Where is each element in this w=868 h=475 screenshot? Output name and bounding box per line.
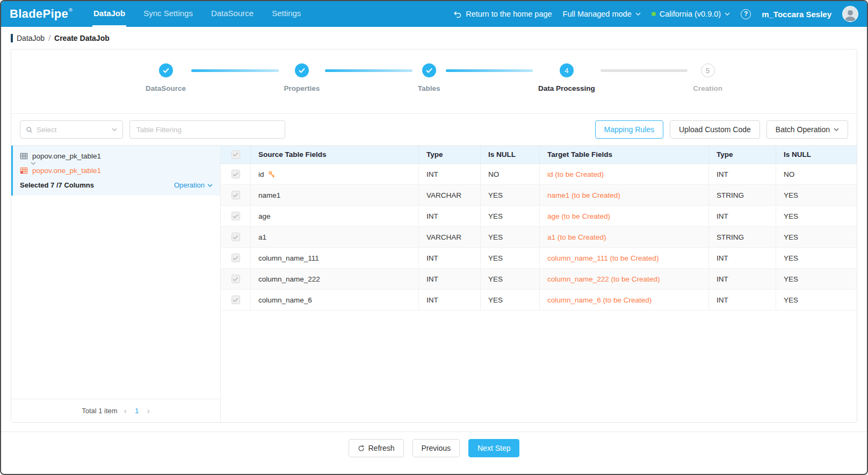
chevron-down-icon xyxy=(112,128,117,131)
nav-item-datajob[interactable]: DataJob xyxy=(92,1,126,27)
upload-custom-code-button[interactable]: Upload Custom Code xyxy=(670,120,760,139)
step-connector xyxy=(191,69,278,72)
step-check-icon xyxy=(422,63,436,77)
help-icon[interactable]: ? xyxy=(741,9,751,19)
step-tables: Tables xyxy=(418,63,440,92)
batch-operation-button[interactable]: Batch Operation xyxy=(766,120,848,139)
target-field-name: column_name_111 (to be Created) xyxy=(540,248,709,268)
target-field-name: column_name_6 (to be Created) xyxy=(540,290,709,310)
pagination-prev-icon[interactable]: ‹ xyxy=(124,407,127,415)
nav-item-settings[interactable]: Settings xyxy=(271,1,302,27)
mapping-rules-label: Mapping Rules xyxy=(604,125,654,134)
step-connector xyxy=(325,69,412,72)
row-checkbox[interactable] xyxy=(232,212,240,220)
previous-label: Previous xyxy=(422,444,451,452)
chevron-down-icon xyxy=(725,12,730,16)
table-row: a1 VARCHAR YES a1 (to be Created) STRING… xyxy=(221,227,857,248)
operation-dropdown[interactable]: Operation xyxy=(174,181,213,189)
source-field-isnull: YES xyxy=(481,227,540,247)
source-field-name: a1 xyxy=(258,233,266,241)
breadcrumb-separator: / xyxy=(48,34,50,42)
step-datasource: DataSource xyxy=(146,63,186,92)
source-field-type: INT xyxy=(419,206,481,226)
row-checkbox[interactable] xyxy=(232,191,240,199)
next-step-label: Next Step xyxy=(478,444,510,452)
table-row: column_name_111 INT YES column_name_111 … xyxy=(221,248,857,269)
main-nav: DataJob Sync Settings DataSource Setting… xyxy=(92,1,318,27)
region-dropdown[interactable]: California (v0.9.0) xyxy=(652,10,730,18)
return-home-link[interactable]: Return to the home page xyxy=(453,10,552,18)
row-checkbox[interactable] xyxy=(232,170,240,178)
previous-button[interactable]: Previous xyxy=(413,439,460,457)
step-check-icon xyxy=(295,63,309,77)
target-table-icon xyxy=(20,167,28,175)
target-field-isnull: YES xyxy=(776,185,857,205)
row-checkbox[interactable] xyxy=(232,275,240,283)
header-target-isnull: Is NULL xyxy=(776,146,857,163)
status-dot-icon xyxy=(652,12,656,16)
source-field-name: column_name_222 xyxy=(258,275,320,283)
nav-item-sync-settings[interactable]: Sync Settings xyxy=(142,1,194,27)
target-field-name: age (to be Created) xyxy=(540,206,709,226)
target-field-name: column_name_222 (to be Created) xyxy=(540,269,709,289)
header-checkbox[interactable] xyxy=(232,150,240,159)
source-field-type: INT xyxy=(419,164,481,184)
source-field-isnull: NO xyxy=(481,164,540,184)
step-label: Creation xyxy=(693,84,722,92)
source-field-isnull: YES xyxy=(481,248,540,268)
source-field-isnull: YES xyxy=(481,206,540,226)
target-field-type: INT xyxy=(709,290,776,310)
username[interactable]: m_Toccara Sesley xyxy=(762,10,831,19)
step-number: 4 xyxy=(560,63,574,77)
pagination-page-1[interactable]: 1 xyxy=(133,407,141,415)
header-source-isnull: Is NULL xyxy=(481,146,540,163)
next-step-button[interactable]: Next Step xyxy=(468,439,519,457)
row-checkbox[interactable] xyxy=(232,233,240,241)
target-field-isnull: YES xyxy=(776,248,857,268)
table-header-row: Source Table Fields Type Is NULL Target … xyxy=(221,146,857,164)
target-field-isnull: YES xyxy=(776,269,857,289)
wizard-stepper: DataSource Properties Tables 4 Data Proc… xyxy=(11,49,857,114)
person-icon xyxy=(843,8,857,21)
mapping-content: popov.one_pk_table1 popov.one_pk_table1 … xyxy=(11,145,857,422)
primary-key-icon xyxy=(267,170,276,178)
source-field-name: column_name_6 xyxy=(258,296,312,304)
breadcrumb-datajob[interactable]: DataJob xyxy=(17,34,45,42)
table-icon xyxy=(20,152,28,160)
nav-item-datasource[interactable]: DataSource xyxy=(210,1,255,27)
header-target-fields: Target Table Fields xyxy=(540,146,709,163)
managed-mode-label: Full Managed mode xyxy=(563,10,632,18)
pagination: Total 1 item ‹ 1 › xyxy=(11,399,220,422)
target-field-type: INT xyxy=(709,206,776,226)
table-list: popov.one_pk_table1 popov.one_pk_table1 … xyxy=(11,146,220,399)
step-label: Properties xyxy=(284,84,320,92)
region-label: California (v0.9.0) xyxy=(660,10,721,18)
step-label: DataSource xyxy=(146,84,186,92)
managed-mode-dropdown[interactable]: Full Managed mode xyxy=(563,10,641,18)
selected-columns-summary: Selected 7 /7 Columns xyxy=(20,181,94,189)
target-field-name: name1 (to be Created) xyxy=(540,185,709,205)
refresh-button[interactable]: Refresh xyxy=(349,439,404,457)
table-list-item[interactable]: popov.one_pk_table1 popov.one_pk_table1 … xyxy=(11,146,220,196)
return-home-label: Return to the home page xyxy=(466,10,552,18)
brand-logo[interactable]: BladePipe® xyxy=(10,7,72,21)
step-properties: Properties xyxy=(284,63,320,92)
step-check-icon xyxy=(159,63,173,77)
chevron-down-icon xyxy=(207,184,213,187)
target-table-name: popov.one_pk_table1 xyxy=(32,167,101,175)
avatar[interactable] xyxy=(842,6,858,22)
step-label: Tables xyxy=(418,84,440,92)
source-field-isnull: YES xyxy=(481,269,540,289)
row-checkbox[interactable] xyxy=(232,296,240,304)
step-label: Data Processing xyxy=(538,84,595,92)
target-field-type: INT xyxy=(709,269,776,289)
registered-mark-icon: ® xyxy=(69,8,73,13)
row-checkbox[interactable] xyxy=(232,254,240,262)
table-list-panel: popov.one_pk_table1 popov.one_pk_table1 … xyxy=(11,146,221,422)
filter-type-select[interactable]: Select xyxy=(20,120,123,139)
pagination-next-icon[interactable]: › xyxy=(147,407,150,415)
target-field-isnull: YES xyxy=(776,290,857,310)
mapping-rules-button[interactable]: Mapping Rules xyxy=(595,120,663,139)
table-filtering-input[interactable] xyxy=(129,120,285,139)
return-icon xyxy=(453,10,462,18)
